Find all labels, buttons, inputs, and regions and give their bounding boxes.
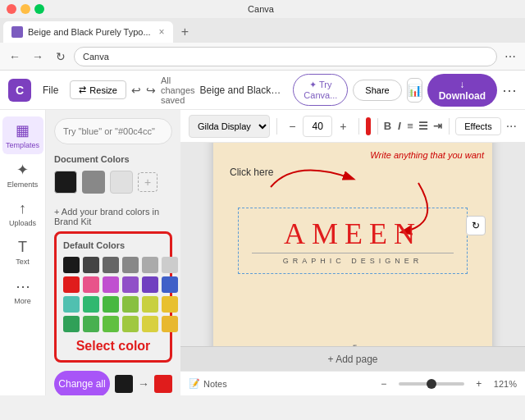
zoom-in-button[interactable]: + [469,374,489,394]
share-button[interactable]: Share [353,80,401,101]
indent-button[interactable]: ⇥ [433,116,442,137]
color-cell[interactable] [162,296,178,313]
more-toolbar-options[interactable]: ··· [506,116,517,137]
sidebar-item-elements[interactable]: ✦ Elements [2,156,43,194]
effects-button[interactable]: Effects [455,117,500,135]
color-cell[interactable] [122,276,139,293]
font-size-decrease[interactable]: − [283,117,301,135]
reload-button[interactable]: ↻ [51,47,71,66]
change-all-button[interactable]: Change all [54,371,110,395]
align-button[interactable]: ≡ [407,116,413,137]
doc-color-black[interactable] [54,171,77,194]
doc-title[interactable]: Beige and Black Purely Typographic Psych… [200,84,284,96]
analytics-button[interactable]: 📊 [407,78,422,103]
color-cell[interactable] [122,296,139,313]
color-cell[interactable] [122,316,139,332]
sidebar-item-uploads[interactable]: ↑ Uploads [2,195,43,232]
write-text: Write anything that you want [370,150,484,160]
zoom-knob[interactable] [427,379,436,389]
templates-label: Templates [6,141,39,149]
sidebar-item-text[interactable]: T Text [2,234,43,271]
resize-button[interactable]: ⇄ Resize [70,80,126,99]
add-page-bar[interactable]: + Add page [180,346,525,371]
doc-color-gray[interactable] [82,171,105,194]
canvas-toolbar: Gilda Display − + B I ≡ ☰ ⇥ Effects ··· [180,110,525,143]
italic-button[interactable]: I [396,116,402,137]
color-cell[interactable] [122,257,139,273]
browser-tab[interactable]: Beige and Black Purely Typo... × [3,21,173,43]
font-selector[interactable]: Gilda Display [189,115,270,138]
color-cell[interactable] [63,296,80,313]
doc-color-light[interactable] [110,171,133,194]
color-cell[interactable] [63,276,80,293]
close-btn[interactable] [7,4,16,14]
color-cell[interactable] [103,316,119,332]
to-color-swatch[interactable] [154,375,172,393]
refresh-canvas-button[interactable]: ↻ [466,216,486,235]
add-brand-button[interactable]: + Add your brand colors in Brand Kit [54,202,172,231]
redo-button[interactable]: ↪ [146,80,156,101]
canvas-workspace[interactable]: Click here Write anything that you want [180,143,525,346]
templates-icon: ▦ [16,121,30,139]
maximize-btn[interactable] [34,4,44,14]
color-cell[interactable] [142,316,158,332]
rotate-handle[interactable]: ↺ [348,342,358,346]
color-cell[interactable] [83,257,99,273]
sidebar-panel: Document Colors + + Add your brand color… [46,110,180,395]
tab-label: Beige and Black Purely Typo... [28,27,151,37]
color-cell[interactable] [63,316,80,332]
color-cell[interactable] [83,316,99,332]
tab-favicon [11,26,23,38]
elements-icon: ✦ [16,161,29,179]
more-options-button[interactable]: ⋯ [502,79,517,102]
color-cell[interactable] [83,296,99,313]
canva-logo[interactable]: C [8,79,31,102]
zoom-out-button[interactable]: − [374,374,394,394]
undo-button[interactable]: ↩ [131,80,141,101]
notes-icon: 📝 [189,378,200,389]
add-color-button[interactable]: + [138,172,158,192]
text-label: Text [16,258,30,266]
color-cell[interactable] [142,296,158,313]
color-cell[interactable] [162,257,178,273]
color-cell[interactable] [142,257,158,273]
download-button[interactable]: ↓ Download [427,74,497,107]
color-cell[interactable] [103,276,119,293]
text-color-indicator[interactable] [366,117,371,135]
color-cell[interactable] [63,257,80,273]
font-size-increase[interactable]: + [334,117,352,135]
address-bar[interactable]: Canva [74,47,497,66]
search-input[interactable] [54,118,172,144]
tab-close-icon[interactable]: × [159,26,165,38]
try-canva-button[interactable]: ✦ Try Canva... [293,74,348,106]
color-cell[interactable] [103,296,119,313]
bold-button[interactable]: B [384,116,391,137]
zoom-slider[interactable] [399,382,464,386]
forward-button[interactable]: → [28,47,48,66]
document-colors-title: Document Colors [54,154,172,164]
bottom-bar: 📝 Notes − + 121% [180,371,525,395]
window-title: Canva [248,4,274,14]
color-cell[interactable] [83,276,99,293]
color-cell[interactable] [142,276,158,293]
back-button[interactable]: ← [5,47,25,66]
font-size-input[interactable] [303,116,332,137]
ameen-text-box[interactable]: AMEEN GRAPHIC DESIGNER [238,208,468,274]
minimize-btn[interactable] [21,4,30,14]
notes-label: Notes [203,379,227,389]
color-cell[interactable] [103,257,119,273]
color-cell[interactable] [162,316,178,332]
main-area: ▦ Templates ✦ Elements ↑ Uploads T Text … [0,110,525,395]
from-color-swatch[interactable] [115,375,133,393]
save-status: All changes saved [161,75,195,105]
font-size-control: − + [283,116,352,137]
list-button[interactable]: ☰ [418,116,428,137]
sidebar-item-templates[interactable]: ▦ Templates [2,116,43,154]
color-cell[interactable] [162,276,178,293]
file-menu[interactable]: File [36,81,65,99]
write-annotation: Write anything that you want [370,150,484,160]
notes-section[interactable]: 📝 Notes [189,378,227,389]
extensions-button[interactable]: ⋯ [500,47,520,66]
sidebar-item-more[interactable]: ⋯ More [2,272,43,310]
new-tab-button[interactable]: + [176,21,194,43]
